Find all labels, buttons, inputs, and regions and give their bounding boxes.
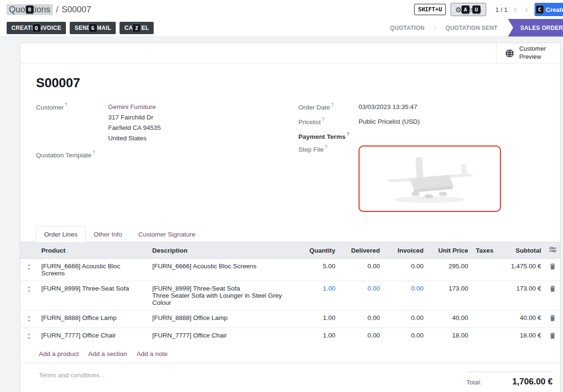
- column-product[interactable]: Product: [37, 242, 148, 259]
- cell-product[interactable]: [FURN_7777] Office Chair: [37, 328, 148, 346]
- breadcrumb-quotations-link[interactable]: Quotations B: [7, 4, 53, 15]
- cell-description[interactable]: [FURN_8999] Three-Seat SofaThree Seater …: [148, 281, 295, 310]
- cell-quantity[interactable]: 1.00: [295, 328, 339, 346]
- sheet-footer: Terms and conditions... Total: 1,706.00 …: [20, 363, 560, 392]
- cell-description[interactable]: [FURN_7777] Office Chair: [148, 328, 295, 346]
- status-step-sales-order[interactable]: SALES ORDER: [508, 19, 563, 36]
- breadcrumb-separator: /: [56, 5, 58, 15]
- drag-handle[interactable]: [20, 281, 37, 310]
- hotkey-badge-c: C: [536, 6, 544, 14]
- column-taxes[interactable]: Taxes: [472, 242, 495, 259]
- create-button[interactable]: C Create: [535, 3, 563, 16]
- cancel-button[interactable]: CANCEL Z: [120, 22, 154, 34]
- delete-row-button[interactable]: [549, 314, 556, 324]
- odoo-window: Quotations B / S00007 SHIFT+U ⚙ Action A…: [0, 0, 563, 392]
- tab-other-info[interactable]: Other Info: [86, 226, 130, 242]
- cell-invoiced[interactable]: 0.00: [384, 310, 427, 328]
- pager-previous-button[interactable]: ‹: [512, 4, 518, 15]
- cell-description[interactable]: [FURN_8888] Office Lamp: [148, 310, 295, 328]
- cell-delivered[interactable]: 0.00: [339, 310, 384, 328]
- help-icon: ?: [65, 102, 68, 108]
- cell-taxes[interactable]: [472, 328, 495, 346]
- drag-handle[interactable]: [20, 310, 37, 328]
- status-step-quotation[interactable]: QUOTATION: [379, 19, 435, 36]
- column-invoiced[interactable]: Invoiced: [384, 242, 427, 259]
- add-a-product-link[interactable]: Add a product: [39, 350, 79, 357]
- toolbar-buttons: CREATE INVOICE Q SEND EMAIL G CANCEL Z: [7, 19, 154, 36]
- action-menu-button[interactable]: ⚙ Action A U: [451, 3, 486, 16]
- table-footer-links: Add a product Add a section Add a note: [20, 345, 560, 363]
- column-quantity[interactable]: Quantity: [295, 242, 339, 259]
- notebook-tabs: Order Lines Other Info Customer Signatur…: [20, 226, 560, 242]
- pricelist-value[interactable]: Public Pricelist (USD): [359, 117, 420, 127]
- column-unit-price[interactable]: Unit Price: [427, 242, 472, 259]
- delete-row-button[interactable]: [549, 332, 556, 341]
- tab-customer-signature[interactable]: Customer Signature: [130, 226, 203, 242]
- create-invoice-label: CREATE INVOICE: [11, 25, 61, 31]
- order-line-row[interactable]: [FURN_8888] Office Lamp [FURN_8888] Offi…: [20, 310, 560, 328]
- drag-handle-icon: [27, 286, 31, 292]
- cell-delivered[interactable]: 0.00: [339, 281, 384, 310]
- customer-preview-button[interactable]: Customer Preview: [496, 43, 560, 63]
- pager-next-button[interactable]: ›: [523, 4, 529, 15]
- field-grid: Customer? Gemini Furniture 317 Fairchild…: [36, 102, 545, 212]
- optional-columns-header: [545, 242, 560, 259]
- customer-label: Customer?: [36, 102, 108, 143]
- shortcut-hint-shift-u: SHIFT+U: [414, 4, 446, 15]
- customer-value[interactable]: Gemini Furniture 317 Fairchild Dr Fairfi…: [108, 102, 161, 143]
- add-a-section-link[interactable]: Add a section: [88, 350, 127, 357]
- record-title[interactable]: S00007: [36, 76, 545, 91]
- optional-columns-toggle-button[interactable]: [549, 246, 556, 254]
- delete-row-button[interactable]: [549, 285, 556, 294]
- cell-product[interactable]: [FURN_6666] Acoustic Bloc Screens: [37, 259, 148, 281]
- cell-invoiced[interactable]: 0.00: [384, 328, 427, 346]
- cell-delivered[interactable]: 0.00: [339, 328, 384, 346]
- cell-unit-price[interactable]: 18.00: [427, 328, 472, 346]
- help-icon: ?: [331, 102, 334, 108]
- cell-taxes[interactable]: [472, 281, 495, 310]
- column-subtotal[interactable]: Subtotal: [495, 242, 545, 259]
- pricelist-label: Pricelist?: [298, 117, 359, 127]
- total-label: Total:: [466, 379, 481, 386]
- gear-icon: ⚙: [455, 6, 461, 13]
- delete-row-button[interactable]: [549, 263, 556, 272]
- customer-address-line2: Fairfield CA 94535: [108, 123, 161, 133]
- trash-icon: [550, 286, 555, 292]
- order-line-row[interactable]: [FURN_8999] Three-Seat Sofa [FURN_8999] …: [20, 281, 560, 310]
- field-order-date: Order Date? 03/03/2023 13:35:47: [298, 102, 545, 112]
- cell-quantity[interactable]: 1.00: [295, 310, 339, 328]
- customer-link[interactable]: Gemini Furniture: [108, 102, 161, 112]
- drag-handle[interactable]: [20, 259, 37, 281]
- cell-description[interactable]: [FURN_6666] Acoustic Bloc Screens: [148, 259, 295, 281]
- cell-delivered[interactable]: 0.00: [339, 259, 384, 281]
- status-step-quotation-sent[interactable]: QUOTATION SENT: [435, 19, 508, 36]
- cell-unit-price[interactable]: 40.00: [427, 310, 472, 328]
- column-delivered[interactable]: Delivered: [339, 242, 384, 259]
- column-description[interactable]: Description: [148, 242, 295, 259]
- terms-and-conditions-field[interactable]: Terms and conditions...: [39, 372, 105, 379]
- step-file-image-field[interactable]: [359, 146, 501, 212]
- cell-unit-price[interactable]: 295.00: [427, 259, 472, 281]
- cell-subtotal: 18.00 €: [495, 328, 545, 346]
- cell-quantity[interactable]: 1.00: [295, 281, 339, 310]
- cell-taxes[interactable]: [472, 259, 495, 281]
- drag-handle[interactable]: [20, 328, 37, 346]
- order-date-value[interactable]: 03/03/2023 13:35:47: [359, 102, 417, 112]
- create-invoice-button[interactable]: CREATE INVOICE Q: [7, 22, 66, 34]
- order-line-row[interactable]: [FURN_7777] Office Chair [FURN_7777] Off…: [20, 328, 560, 346]
- cell-invoiced[interactable]: 0.00: [384, 259, 427, 281]
- cell-taxes[interactable]: [472, 310, 495, 328]
- cell-invoiced[interactable]: 0.00: [384, 281, 427, 310]
- cell-quantity[interactable]: 5.00: [295, 259, 339, 281]
- statusbar: QUOTATION QUOTATION SENT SALES ORDER: [379, 19, 563, 36]
- send-email-button[interactable]: SEND EMAIL G: [70, 22, 116, 34]
- add-a-note-link[interactable]: Add a note: [137, 350, 167, 357]
- order-line-row[interactable]: [FURN_6666] Acoustic Bloc Screens [FURN_…: [20, 259, 560, 281]
- tab-order-lines[interactable]: Order Lines: [36, 226, 86, 242]
- field-customer: Customer? Gemini Furniture 317 Fairchild…: [36, 102, 298, 143]
- breadcrumb-current: S00007: [62, 5, 91, 15]
- field-quotation-template: Quotation Template?: [36, 150, 298, 159]
- cell-product[interactable]: [FURN_8888] Office Lamp: [37, 310, 148, 328]
- cell-unit-price[interactable]: 173.00: [427, 281, 472, 310]
- cell-product[interactable]: [FURN_8999] Three-Seat Sofa: [37, 281, 148, 310]
